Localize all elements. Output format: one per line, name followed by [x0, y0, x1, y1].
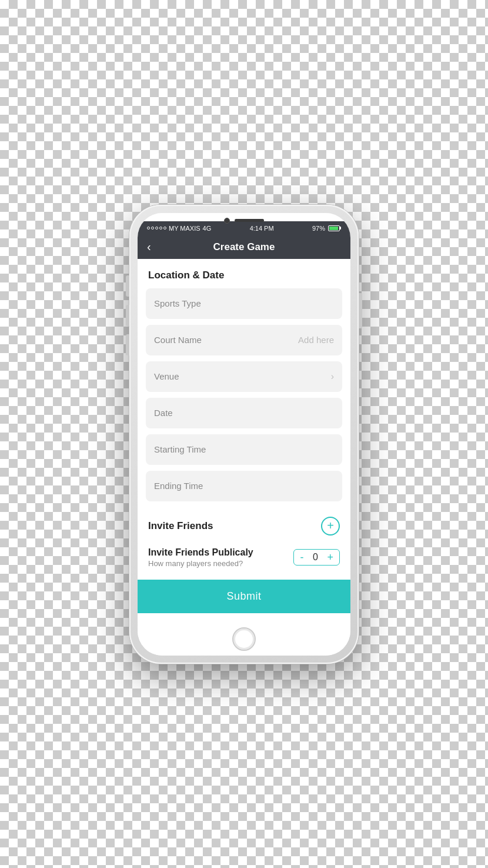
counter-value: 0 — [310, 552, 320, 563]
back-button[interactable]: ‹ — [147, 240, 151, 254]
sports-type-label: Sports Type — [154, 298, 201, 308]
status-left: MY MAXIS 4G — [147, 225, 211, 232]
battery-percent-label: 97% — [312, 225, 325, 232]
battery-icon — [328, 225, 341, 231]
signal-dot-4 — [159, 227, 162, 230]
public-invite-title: Invite Friends Publicaly — [148, 547, 293, 558]
ending-time-field[interactable]: Ending Time — [146, 471, 342, 501]
battery-body — [328, 225, 340, 231]
sports-type-field[interactable]: Sports Type — [146, 288, 342, 319]
invite-friends-title: Invite Friends — [148, 520, 213, 532]
home-button[interactable] — [232, 627, 256, 651]
venue-label: Venue — [154, 371, 179, 381]
add-friends-button[interactable]: + — [321, 517, 340, 536]
counter-plus-button[interactable]: + — [327, 552, 333, 563]
nav-bar: ‹ Create Game — [138, 235, 350, 259]
public-invite-section: Invite Friends Publicaly How many player… — [138, 545, 350, 580]
nav-title: Create Game — [213, 241, 275, 253]
battery-tip — [340, 227, 341, 230]
home-button-area — [138, 623, 350, 656]
front-camera — [224, 218, 230, 224]
time-label: 4:14 PM — [250, 225, 274, 232]
date-label: Date — [154, 408, 173, 418]
signal-dots — [147, 227, 166, 230]
phone-screen: MY MAXIS 4G 4:14 PM 97% ‹ Create Game Lo… — [138, 213, 350, 656]
add-circle-icon: + — [327, 519, 334, 533]
court-name-placeholder: Add here — [298, 335, 334, 345]
court-name-label: Court Name — [154, 335, 202, 345]
signal-dot-3 — [155, 227, 158, 230]
location-date-section-title: Location & Date — [138, 259, 350, 288]
signal-dot-5 — [163, 227, 166, 230]
status-right: 97% — [312, 225, 341, 232]
submit-button[interactable]: Submit — [138, 580, 350, 613]
starting-time-label: Starting Time — [154, 444, 206, 454]
carrier-label: MY MAXIS — [169, 225, 200, 232]
phone-frame: MY MAXIS 4G 4:14 PM 97% ‹ Create Game Lo… — [129, 205, 359, 664]
camera-speaker-area — [224, 218, 264, 224]
earpiece-speaker — [235, 219, 264, 222]
player-counter: - 0 + — [293, 549, 340, 566]
main-content: Location & Date Sports Type Court Name A… — [138, 259, 350, 623]
battery-fill — [329, 227, 338, 230]
counter-minus-button[interactable]: - — [300, 552, 303, 563]
date-field[interactable]: Date — [146, 398, 342, 428]
signal-dot-1 — [147, 227, 150, 230]
venue-chevron-icon: › — [331, 371, 334, 382]
ending-time-label: Ending Time — [154, 481, 203, 491]
court-name-field[interactable]: Court Name Add here — [146, 325, 342, 355]
invite-friends-section: Invite Friends + — [138, 507, 350, 545]
public-invite-subtitle: How many players needed? — [148, 559, 293, 568]
phone-top-area — [138, 213, 350, 221]
signal-dot-2 — [151, 227, 154, 230]
starting-time-field[interactable]: Starting Time — [146, 434, 342, 465]
public-text-block: Invite Friends Publicaly How many player… — [148, 547, 293, 568]
venue-field[interactable]: Venue › — [146, 361, 342, 392]
network-label: 4G — [203, 225, 212, 232]
